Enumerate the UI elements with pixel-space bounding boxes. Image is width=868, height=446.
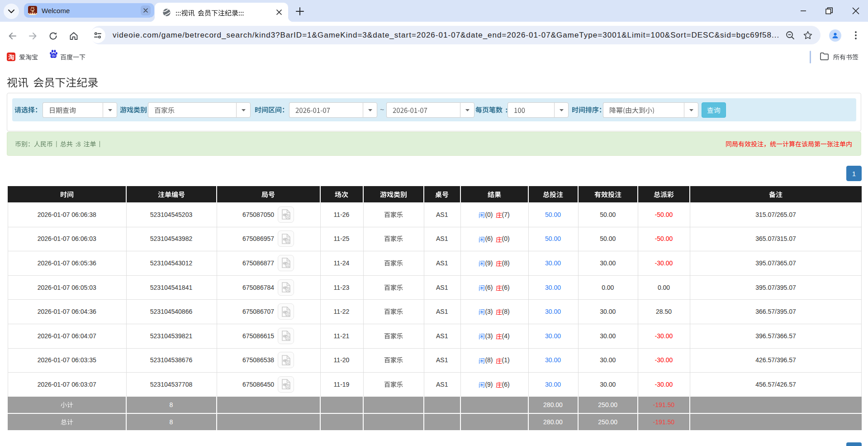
- svg-text:du: du: [52, 54, 56, 57]
